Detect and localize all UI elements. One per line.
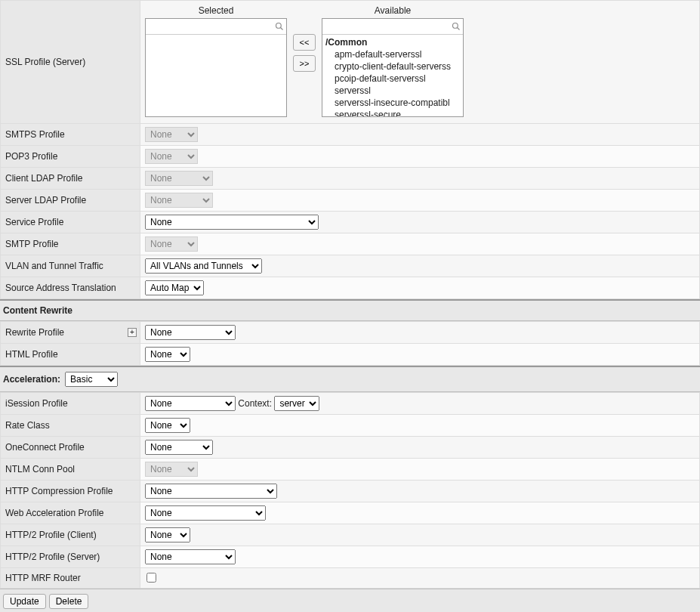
search-icon: [273, 20, 286, 32]
html-profile-label: HTML Profile: [1, 344, 140, 366]
rate-class-label: Rate Class: [1, 415, 140, 437]
http-compression-profile-select[interactable]: None: [145, 484, 277, 499]
list-item[interactable]: serverssl-secure: [325, 109, 460, 116]
plus-icon[interactable]: +: [128, 328, 137, 337]
isession-profile-select[interactable]: None: [145, 396, 236, 411]
move-left-button[interactable]: <<: [293, 34, 316, 51]
service-profile-label: Service Profile: [1, 212, 140, 233]
client-ldap-profile-select: None: [145, 171, 213, 186]
ntlm-conn-pool-label: NTLM Conn Pool: [1, 459, 140, 481]
http2-server-profile-label: HTTP/2 Profile (Server): [1, 546, 140, 568]
ssl-server-profile-label: SSL Profile (Server): [1, 1, 140, 124]
http2-client-profile-select[interactable]: None: [145, 527, 190, 542]
selected-list[interactable]: [146, 35, 286, 116]
available-search-input[interactable]: [322, 19, 449, 34]
smtps-profile-label: SMTPS Profile: [1, 124, 140, 146]
server-ldap-profile-select: None: [145, 193, 213, 208]
http-mrf-router-checkbox[interactable]: [146, 573, 156, 583]
update-button[interactable]: Update: [3, 594, 46, 609]
available-list[interactable]: /Common apm-default-serverssl crypto-cli…: [322, 35, 463, 116]
svg-line-3: [458, 28, 460, 30]
list-item[interactable]: crypto-client-default-serverss: [325, 60, 460, 73]
selected-search-input[interactable]: [146, 19, 273, 34]
svg-point-2: [453, 23, 458, 29]
context-label: Context:: [238, 398, 272, 409]
rewrite-profile-label: Rewrite Profile +: [1, 322, 140, 344]
http-mrf-router-label: HTTP MRF Router: [1, 568, 140, 589]
list-item[interactable]: serverssl: [325, 85, 460, 97]
rewrite-profile-select[interactable]: None: [145, 325, 236, 340]
vlan-tunnel-select[interactable]: All VLANs and Tunnels: [145, 258, 262, 274]
acceleration-mode-select[interactable]: Basic: [65, 372, 118, 387]
web-acceleration-profile-select[interactable]: None: [145, 505, 266, 521]
client-ldap-profile-label: Client LDAP Profile: [1, 168, 140, 190]
list-item[interactable]: apm-default-serverssl: [325, 48, 460, 60]
search-icon: [449, 20, 463, 32]
list-group: /Common: [325, 36, 460, 48]
delete-button[interactable]: Delete: [49, 594, 89, 609]
smtp-profile-select: None: [145, 236, 198, 252]
vlan-tunnel-label: VLAN and Tunnel Traffic: [1, 255, 140, 277]
oneconnect-profile-label: OneConnect Profile: [1, 437, 140, 459]
svg-line-1: [281, 28, 283, 30]
snat-label: Source Address Translation: [1, 277, 140, 299]
http-compression-profile-label: HTTP Compression Profile: [1, 481, 140, 502]
pop3-profile-label: POP3 Profile: [1, 146, 140, 168]
pop3-profile-select: None: [145, 149, 198, 164]
smtp-profile-label: SMTP Profile: [1, 233, 140, 255]
http2-client-profile-label: HTTP/2 Profile (Client): [1, 524, 140, 546]
move-right-button[interactable]: >>: [293, 55, 316, 72]
rate-class-select[interactable]: None: [145, 418, 190, 433]
smtps-profile-select: None: [145, 127, 198, 142]
acceleration-section: Acceleration: Basic: [0, 366, 700, 392]
available-title: Available: [322, 5, 464, 18]
list-item[interactable]: pcoip-default-serverssl: [325, 73, 460, 85]
ntlm-conn-pool-select: None: [145, 462, 198, 477]
server-ldap-profile-label: Server LDAP Profile: [1, 190, 140, 212]
oneconnect-profile-select[interactable]: None: [145, 440, 213, 455]
list-item[interactable]: serverssl-insecure-compatibl: [325, 97, 460, 109]
selected-title: Selected: [145, 5, 287, 18]
service-profile-select[interactable]: None: [145, 215, 319, 230]
isession-context-select[interactable]: server: [274, 396, 319, 411]
web-acceleration-profile-label: Web Acceleration Profile: [1, 502, 140, 524]
snat-select[interactable]: Auto Map: [145, 280, 204, 295]
http2-server-profile-select[interactable]: None: [145, 549, 236, 564]
isession-profile-label: iSession Profile: [1, 393, 140, 415]
html-profile-select[interactable]: None: [145, 347, 190, 362]
content-rewrite-section: Content Rewrite: [0, 299, 700, 321]
svg-point-0: [276, 23, 282, 29]
